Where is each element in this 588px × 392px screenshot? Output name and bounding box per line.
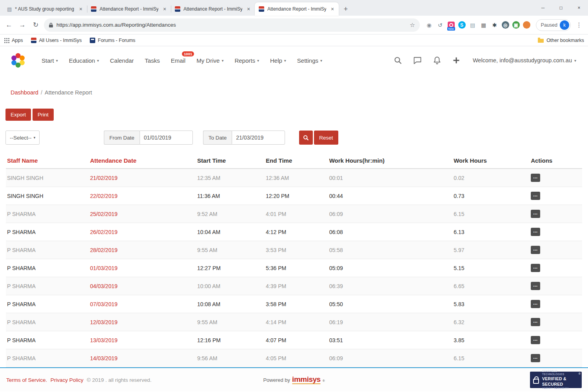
nav-item-email[interactable]: Email1001 xyxy=(171,57,186,64)
grid-extension-icon[interactable]: ▦ xyxy=(479,20,488,30)
select-value: --Select-- xyxy=(10,135,32,141)
camera-extension-icon[interactable]: ◎ xyxy=(502,21,509,29)
chat-icon[interactable] xyxy=(413,56,422,65)
lock-extension-icon[interactable]: New xyxy=(448,22,455,29)
nav-item-education[interactable]: Education▾ xyxy=(69,57,99,64)
to-date-input[interactable] xyxy=(232,131,285,145)
forward-icon[interactable]: → xyxy=(17,20,27,30)
column-header: Start Time xyxy=(196,154,265,169)
browser-tab[interactable]: Attendance Report - ImmiSys× xyxy=(87,2,171,16)
attendance-date-link[interactable]: 04/03/2019 xyxy=(90,283,118,289)
attendance-date-cell: 04/03/2019 xyxy=(89,277,196,295)
print-button[interactable]: Print xyxy=(33,109,54,121)
other-bookmarks[interactable]: Other bookmarks xyxy=(538,38,584,43)
staff-name-cell: P SHARMA xyxy=(6,295,89,313)
tab-title: Attendance Report - ImmiSys xyxy=(183,6,242,12)
bug-extension-icon[interactable]: ✱ xyxy=(490,20,499,30)
work-hours-hrmin-cell: 00:01 xyxy=(328,169,453,187)
add-icon[interactable] xyxy=(452,56,460,64)
row-actions-button[interactable]: ••• xyxy=(531,282,540,290)
row-actions-button[interactable]: ••• xyxy=(531,174,540,182)
account-menu[interactable]: Welcome, info@ausstudygroup.com.au ▾ xyxy=(473,57,576,64)
phone-extension-icon[interactable]: ▣ xyxy=(512,21,520,29)
back-icon[interactable]: ← xyxy=(4,20,14,30)
browser-tab[interactable]: Attendance Report - ImmiSys× xyxy=(255,2,339,16)
row-actions-button[interactable]: ••• xyxy=(531,318,540,326)
tab-close-icon[interactable]: × xyxy=(245,6,252,12)
maximize-button[interactable]: □ xyxy=(552,0,570,16)
table-row: P SHARMA04/03/201910:00 AM4:39 PM06:396.… xyxy=(6,277,582,295)
staff-name-cell: P SHARMA xyxy=(6,259,89,277)
browser-tab[interactable]: Attendance Report - ImmiSys× xyxy=(171,2,255,16)
privacy-link[interactable]: Privacy Policy xyxy=(51,377,83,383)
work-hours-cell: 6.13 xyxy=(452,223,530,241)
row-actions-button[interactable]: ••• xyxy=(531,336,540,344)
attendance-date-link[interactable]: 12/03/2019 xyxy=(90,319,118,325)
minimize-button[interactable]: ─ xyxy=(534,0,552,16)
actions-cell: ••• xyxy=(530,223,582,241)
bookmark-all-users[interactable]: All Users - ImmiSys xyxy=(31,38,82,43)
tab-close-icon[interactable]: × xyxy=(329,6,336,12)
row-actions-button[interactable]: ••• xyxy=(531,228,540,236)
apps-label: Apps xyxy=(12,38,23,43)
bell-icon[interactable] xyxy=(433,56,441,65)
nav-item-calendar[interactable]: Calendar xyxy=(110,57,134,64)
attendance-date-link[interactable]: 13/03/2019 xyxy=(90,337,118,343)
bookmark-star-icon[interactable]: ☆ xyxy=(410,22,415,29)
menu-kebab-icon[interactable]: ⋮ xyxy=(574,20,584,30)
attendance-date-link[interactable]: 28/02/2019 xyxy=(90,247,118,253)
row-actions-button[interactable]: ••• xyxy=(531,354,540,362)
recycle-extension-icon[interactable]: ↺ xyxy=(436,20,445,30)
search-button[interactable] xyxy=(299,131,313,145)
document-extension-icon[interactable]: ▤ xyxy=(468,20,477,30)
skype-extension-icon[interactable]: S xyxy=(458,21,466,29)
nav-item-help[interactable]: Help▾ xyxy=(270,57,286,64)
work-hours-hrmin-cell: 00:44 xyxy=(328,187,453,205)
browser-extension-icon[interactable] xyxy=(523,21,530,29)
eye-extension-icon[interactable]: ◉ xyxy=(425,20,434,30)
row-actions-button[interactable]: ••• xyxy=(531,264,540,272)
browser-tab[interactable]: ▤* AUS Study group reporting tha× xyxy=(3,2,87,16)
nav-item-start[interactable]: Start▾ xyxy=(42,57,58,64)
new-badge: New xyxy=(447,27,455,31)
row-actions-button[interactable]: ••• xyxy=(531,210,540,218)
row-actions-button[interactable]: ••• xyxy=(531,246,540,254)
column-header: Work Hours xyxy=(452,154,530,169)
nav-item-my-drive[interactable]: My Drive▾ xyxy=(196,57,223,64)
terms-link[interactable]: Terms of Service. xyxy=(6,377,47,383)
app-logo[interactable] xyxy=(10,53,26,68)
staff-select[interactable]: --Select-- ▼ xyxy=(5,131,40,145)
bookmark-forums[interactable]: Forums - Forums xyxy=(90,38,136,43)
row-actions-button[interactable]: ••• xyxy=(531,300,540,308)
immisys-favicon xyxy=(91,6,96,12)
start-time-cell: 12:27 PM xyxy=(196,259,265,277)
row-actions-button[interactable]: ••• xyxy=(531,192,540,200)
tab-close-icon[interactable]: × xyxy=(162,6,168,12)
nav-item-settings[interactable]: Settings▾ xyxy=(297,57,322,64)
from-date-input[interactable] xyxy=(140,131,193,145)
export-button[interactable]: Export xyxy=(5,109,31,121)
attendance-date-link[interactable]: 25/02/2019 xyxy=(90,211,118,217)
profile-chip[interactable]: Paused k xyxy=(536,19,571,31)
tab-close-icon[interactable]: × xyxy=(78,6,84,12)
breadcrumb-dashboard-link[interactable]: Dashboard xyxy=(11,89,38,96)
nav-item-reports[interactable]: Reports▾ xyxy=(234,57,259,64)
refresh-icon[interactable]: ↻ xyxy=(31,20,41,30)
reset-button[interactable]: Reset xyxy=(314,131,338,145)
attendance-date-link[interactable]: 07/03/2019 xyxy=(90,301,118,307)
attendance-date-link[interactable]: 01/03/2019 xyxy=(90,265,118,271)
chevron-down-icon: ▾ xyxy=(56,58,58,63)
attendance-date-link[interactable]: 26/02/2019 xyxy=(90,229,118,235)
attendance-date-link[interactable]: 22/02/2019 xyxy=(90,193,118,199)
apps-shortcut[interactable]: Apps xyxy=(4,38,23,43)
address-bar[interactable]: https://app.immisys.com.au/Reporting/Att… xyxy=(44,18,420,32)
attendance-date-cell: 01/03/2019 xyxy=(89,259,196,277)
nav-item-tasks[interactable]: Tasks xyxy=(145,57,160,64)
new-tab-button[interactable]: + xyxy=(340,4,351,15)
attendance-date-link[interactable]: 14/03/2019 xyxy=(90,355,118,361)
close-button[interactable]: × xyxy=(570,0,588,16)
attendance-table-body: SINGH SINGH21/02/201912:35 AM12:36 AM00:… xyxy=(6,169,582,385)
search-icon[interactable] xyxy=(394,56,402,65)
column-header: Actions xyxy=(530,154,582,169)
attendance-date-link[interactable]: 21/02/2019 xyxy=(90,175,118,181)
